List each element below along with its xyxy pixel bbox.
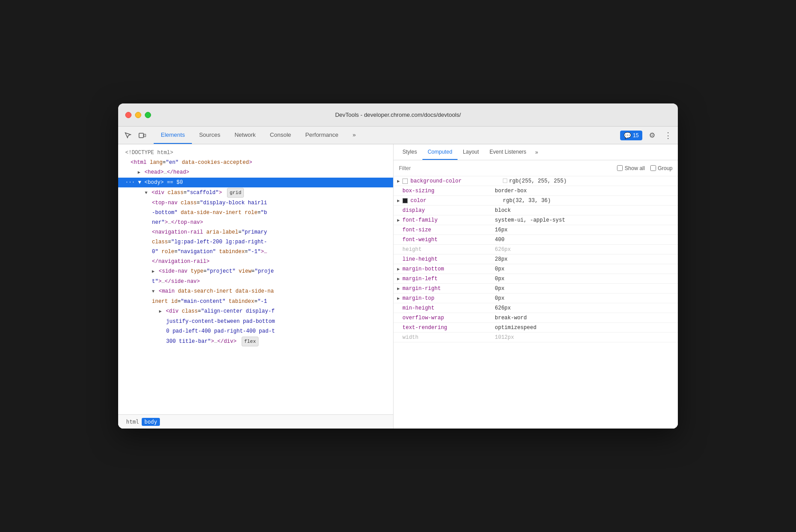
prop-name-width: width (402, 334, 491, 341)
expand-arrow-icon[interactable]: ▶ (397, 296, 402, 301)
html-line-topnav: <top-nav class="display-block hairli (118, 198, 393, 208)
prop-val-font-size: 16px (495, 227, 674, 233)
prop-val-box-sizing: border-box (495, 188, 674, 194)
prop-val-line-height: 28px (495, 256, 674, 262)
expand-arrow-icon[interactable]: ▶ (397, 218, 402, 223)
prop-name-height: height (402, 246, 491, 253)
notifications-badge[interactable]: 💬 15 (620, 131, 642, 140)
html-line-sidenav: ▶ <side-nav type="project" view="proje (118, 266, 393, 277)
expand-arrow-icon[interactable]: ▶ (397, 276, 402, 282)
expand-arrow-icon[interactable]: ▶ (397, 198, 402, 203)
computed-row-color: ▶ color rgb(32, 33, 36) (394, 196, 678, 206)
prop-name-margin-bottom: margin-bottom (402, 266, 491, 272)
device-toolbar-icon[interactable] (136, 129, 148, 142)
show-all-group: Show all (617, 165, 645, 171)
filter-input[interactable] (399, 165, 612, 171)
toolbar-right: 💬 15 ⚙ ⋮ (620, 129, 674, 142)
computed-row-width: ▶ width 1012px (394, 333, 678, 342)
prop-name-display: display (402, 207, 491, 214)
window-title: DevTools - developer.chrome.com/docs/dev… (335, 111, 461, 118)
devtools-menu-icon[interactable]: ⋮ (662, 129, 674, 142)
group-group: Group (650, 165, 673, 171)
prop-name-line-height: line-height (402, 256, 491, 262)
show-all-checkbox[interactable] (617, 165, 623, 171)
tab-elements[interactable]: Elements (154, 127, 192, 144)
computed-row-font-family: ▶ font-family system-ui, -apple-syst (394, 215, 678, 225)
prop-val-min-height: 626px (495, 305, 674, 311)
tab-sources[interactable]: Sources (192, 127, 227, 144)
prop-name-min-height: min-height (402, 305, 491, 311)
group-checkbox[interactable] (650, 165, 656, 171)
prop-name-box-sizing: box-sizing (402, 188, 491, 194)
tab-console[interactable]: Console (263, 127, 298, 144)
svg-rect-0 (139, 133, 143, 138)
prop-val-text-rendering: optimizespeed (495, 325, 674, 331)
elements-content[interactable]: <!DOCTYPE html> <html lang="en" data-coo… (118, 144, 393, 414)
computed-row-height: ▶ height 626px (394, 245, 678, 254)
prop-val-margin-right: 0px (495, 286, 674, 292)
group-label: Group (658, 165, 673, 171)
prop-val-background-color: rgb(255, 255, 255) (503, 178, 674, 184)
titlebar: DevTools - developer.chrome.com/docs/dev… (118, 103, 678, 127)
maximize-button[interactable] (145, 112, 151, 118)
html-line-div-scaffold: ▼ <div class="scaffold"> grid (118, 187, 393, 198)
html-line-topnav3: ner">…</top-nav> (118, 218, 393, 227)
computed-row-margin-left: ▶ margin-left 0px (394, 274, 678, 284)
html-line-body: ··· ▼ <body> == $0 (118, 178, 393, 187)
close-button[interactable] (125, 112, 131, 118)
tab-styles[interactable]: Styles (397, 144, 422, 160)
prop-val-margin-bottom: 0px (495, 266, 674, 272)
breadcrumb-body[interactable]: body (142, 418, 160, 426)
tab-event-listeners[interactable]: Event Listeners (484, 144, 532, 160)
html-line-topnav2: -bottom" data-side-nav-inert role="b (118, 208, 393, 218)
prop-name-margin-top: margin-top (402, 295, 491, 302)
expand-arrow-icon[interactable]: ▶ (397, 286, 402, 291)
computed-tabs-more[interactable]: » (533, 149, 540, 155)
prop-name-overflow-wrap: overflow-wrap (402, 315, 491, 321)
html-line-navrail3: 0" role="navigation" tabindex="-1">… (118, 247, 393, 257)
filter-bar: Show all Group (394, 160, 678, 176)
devtools-main: <!DOCTYPE html> <html lang="en" data-coo… (118, 144, 678, 429)
traffic-lights (125, 112, 151, 118)
tab-layout[interactable]: Layout (458, 144, 484, 160)
html-line-sidenav2: t">…</side-nav> (118, 277, 393, 286)
computed-row-margin-bottom: ▶ margin-bottom 0px (394, 264, 678, 274)
svg-rect-1 (144, 134, 146, 137)
computed-row-overflow-wrap: ▶ overflow-wrap break-word (394, 313, 678, 323)
html-line-divinner3: 0 pad-left-400 pad-right-400 pad-t (118, 326, 393, 336)
inspect-element-icon[interactable] (122, 129, 134, 142)
breadcrumb: html body (118, 414, 393, 429)
computed-row-box-sizing: ▶ box-sizing border-box (394, 186, 678, 196)
computed-tabs: Styles Computed Layout Event Listeners » (394, 144, 678, 160)
computed-row-background-color: ▶ background-color rgb(255, 255, 255) (394, 176, 678, 186)
computed-panel: Styles Computed Layout Event Listeners » (394, 144, 678, 429)
expand-arrow-icon[interactable]: ▶ (397, 179, 402, 184)
settings-icon[interactable]: ⚙ (646, 129, 658, 142)
prop-name-font-family: font-family (402, 217, 491, 223)
html-line-navrail4: </navigation-rail> (118, 257, 393, 266)
elements-panel: <!DOCTYPE html> <html lang="en" data-coo… (118, 144, 394, 429)
computed-row-min-height: ▶ min-height 626px (394, 303, 678, 313)
computed-row-margin-top: ▶ margin-top 0px (394, 294, 678, 303)
color-swatch-white (503, 179, 507, 183)
html-line-main2: inert id="main-content" tabindex="-1 (118, 297, 393, 306)
prop-name-font-weight: font-weight (402, 237, 491, 243)
expand-arrow-icon[interactable]: ▶ (397, 266, 402, 272)
tab-performance[interactable]: Performance (298, 127, 345, 144)
html-line-divinner4: 300 title-bar">…</div> flex (118, 336, 393, 347)
tab-computed[interactable]: Computed (422, 144, 458, 160)
prop-name-color: color (410, 198, 499, 204)
computed-list[interactable]: ▶ background-color rgb(255, 255, 255) ▶ … (394, 176, 678, 429)
devtools-window: DevTools - developer.chrome.com/docs/dev… (118, 103, 678, 429)
devtools-tabs: Elements Sources Network Console Perform… (154, 127, 363, 144)
prop-val-font-weight: 400 (495, 237, 674, 243)
prop-val-width: 1012px (495, 334, 674, 341)
tab-network[interactable]: Network (227, 127, 263, 144)
tab-more[interactable]: » (346, 127, 363, 144)
prop-val-color: rgb(32, 33, 36) (503, 198, 674, 204)
show-all-label: Show all (625, 165, 645, 171)
breadcrumb-html[interactable]: html (123, 418, 142, 426)
minimize-button[interactable] (135, 112, 141, 118)
computed-row-font-size: ▶ font-size 16px (394, 225, 678, 235)
html-line-head: ▶ <head>…</head> (118, 167, 393, 178)
